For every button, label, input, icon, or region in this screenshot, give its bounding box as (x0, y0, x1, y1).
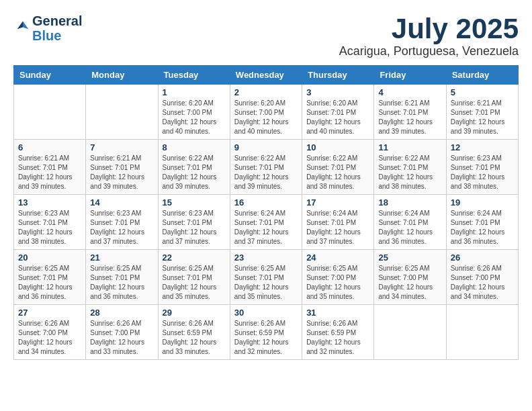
calendar-header: SundayMondayTuesdayWednesdayThursdayFrid… (14, 66, 519, 85)
day-number: 21 (90, 253, 153, 263)
calendar-cell (446, 305, 518, 360)
day-number: 25 (378, 253, 441, 263)
calendar-cell: 2Sunrise: 6:20 AM Sunset: 7:00 PM Daylig… (230, 85, 302, 140)
title-section: July 2025 Acarigua, Portuguesa, Venezuel… (339, 13, 519, 58)
calendar-cell (14, 85, 86, 140)
day-number: 15 (163, 197, 226, 208)
calendar-cell: 26Sunrise: 6:26 AM Sunset: 7:00 PM Dayli… (446, 250, 518, 305)
calendar-cell: 23Sunrise: 6:25 AM Sunset: 7:01 PM Dayli… (230, 250, 302, 305)
calendar-week-row: 6Sunrise: 6:21 AM Sunset: 7:01 PM Daylig… (14, 140, 519, 195)
svg-marker-1 (17, 21, 23, 30)
day-info: Sunrise: 6:26 AM Sunset: 6:59 PM Dayligh… (163, 319, 226, 357)
day-number: 31 (306, 308, 369, 318)
day-info: Sunrise: 6:21 AM Sunset: 7:01 PM Dayligh… (90, 154, 153, 191)
calendar-cell: 24Sunrise: 6:25 AM Sunset: 7:00 PM Dayli… (302, 250, 374, 305)
day-info: Sunrise: 6:25 AM Sunset: 7:01 PM Dayligh… (163, 264, 226, 302)
page-header: General Blue July 2025 Acarigua, Portugu… (13, 13, 519, 58)
day-info: Sunrise: 6:21 AM Sunset: 7:01 PM Dayligh… (378, 99, 441, 136)
calendar-cell: 22Sunrise: 6:25 AM Sunset: 7:01 PM Dayli… (158, 250, 230, 305)
day-number: 27 (18, 308, 81, 318)
day-info: Sunrise: 6:20 AM Sunset: 7:01 PM Dayligh… (306, 99, 369, 136)
calendar-cell: 17Sunrise: 6:24 AM Sunset: 7:01 PM Dayli… (302, 195, 374, 250)
day-info: Sunrise: 6:21 AM Sunset: 7:01 PM Dayligh… (451, 99, 514, 136)
calendar-week-row: 13Sunrise: 6:23 AM Sunset: 7:01 PM Dayli… (14, 195, 519, 250)
calendar-cell: 8Sunrise: 6:22 AM Sunset: 7:01 PM Daylig… (158, 140, 230, 195)
calendar-cell: 4Sunrise: 6:21 AM Sunset: 7:01 PM Daylig… (374, 85, 446, 140)
calendar-cell: 9Sunrise: 6:22 AM Sunset: 7:01 PM Daylig… (230, 140, 302, 195)
calendar-cell: 31Sunrise: 6:26 AM Sunset: 6:59 PM Dayli… (302, 305, 374, 360)
weekday-header-thursday: Thursday (302, 66, 374, 85)
day-number: 29 (163, 308, 226, 318)
calendar-body: 1Sunrise: 6:20 AM Sunset: 7:00 PM Daylig… (14, 85, 519, 360)
calendar-cell: 5Sunrise: 6:21 AM Sunset: 7:01 PM Daylig… (446, 85, 518, 140)
day-info: Sunrise: 6:26 AM Sunset: 6:59 PM Dayligh… (234, 319, 298, 357)
weekday-header-monday: Monday (86, 66, 158, 85)
day-info: Sunrise: 6:25 AM Sunset: 7:01 PM Dayligh… (234, 264, 298, 302)
day-info: Sunrise: 6:26 AM Sunset: 6:59 PM Dayligh… (306, 319, 369, 357)
day-number: 16 (234, 197, 298, 208)
calendar-cell: 15Sunrise: 6:23 AM Sunset: 7:01 PM Dayli… (158, 195, 230, 250)
day-number: 20 (18, 253, 81, 263)
calendar-cell: 30Sunrise: 6:26 AM Sunset: 6:59 PM Dayli… (230, 305, 302, 360)
day-number: 12 (451, 142, 514, 152)
day-number: 17 (306, 197, 369, 208)
calendar-week-row: 27Sunrise: 6:26 AM Sunset: 7:00 PM Dayli… (14, 305, 519, 360)
weekday-header-sunday: Sunday (14, 66, 86, 85)
day-info: Sunrise: 6:21 AM Sunset: 7:01 PM Dayligh… (18, 154, 81, 191)
weekday-header-tuesday: Tuesday (158, 66, 230, 85)
day-info: Sunrise: 6:25 AM Sunset: 7:00 PM Dayligh… (306, 264, 369, 302)
day-info: Sunrise: 6:22 AM Sunset: 7:01 PM Dayligh… (306, 154, 369, 191)
day-number: 1 (163, 87, 226, 97)
calendar-cell: 20Sunrise: 6:25 AM Sunset: 7:01 PM Dayli… (14, 250, 86, 305)
calendar-cell: 19Sunrise: 6:24 AM Sunset: 7:01 PM Dayli… (446, 195, 518, 250)
day-info: Sunrise: 6:22 AM Sunset: 7:01 PM Dayligh… (163, 154, 226, 191)
day-info: Sunrise: 6:23 AM Sunset: 7:01 PM Dayligh… (90, 209, 153, 246)
logo: General Blue (13, 13, 82, 43)
calendar-cell: 7Sunrise: 6:21 AM Sunset: 7:01 PM Daylig… (86, 140, 158, 195)
calendar-cell: 21Sunrise: 6:25 AM Sunset: 7:01 PM Dayli… (86, 250, 158, 305)
calendar-cell: 6Sunrise: 6:21 AM Sunset: 7:01 PM Daylig… (14, 140, 86, 195)
day-number: 23 (234, 253, 298, 263)
day-number: 22 (163, 253, 226, 263)
day-number: 19 (451, 197, 514, 208)
day-number: 4 (378, 87, 441, 97)
calendar-cell (86, 85, 158, 140)
day-number: 5 (451, 87, 514, 97)
weekday-header-row: SundayMondayTuesdayWednesdayThursdayFrid… (14, 66, 519, 85)
day-info: Sunrise: 6:26 AM Sunset: 7:00 PM Dayligh… (18, 319, 81, 357)
day-info: Sunrise: 6:20 AM Sunset: 7:00 PM Dayligh… (234, 99, 298, 136)
day-info: Sunrise: 6:24 AM Sunset: 7:01 PM Dayligh… (378, 209, 441, 246)
day-info: Sunrise: 6:25 AM Sunset: 7:01 PM Dayligh… (18, 264, 81, 302)
day-info: Sunrise: 6:23 AM Sunset: 7:01 PM Dayligh… (18, 209, 81, 246)
day-number: 8 (163, 142, 226, 152)
calendar-cell: 12Sunrise: 6:23 AM Sunset: 7:01 PM Dayli… (446, 140, 518, 195)
day-info: Sunrise: 6:25 AM Sunset: 7:01 PM Dayligh… (90, 264, 153, 302)
calendar-cell: 29Sunrise: 6:26 AM Sunset: 6:59 PM Dayli… (158, 305, 230, 360)
weekday-header-friday: Friday (374, 66, 446, 85)
day-info: Sunrise: 6:20 AM Sunset: 7:00 PM Dayligh… (163, 99, 226, 136)
calendar-cell: 11Sunrise: 6:22 AM Sunset: 7:01 PM Dayli… (374, 140, 446, 195)
day-number: 10 (306, 142, 369, 152)
day-number: 2 (234, 87, 298, 97)
svg-marker-0 (23, 21, 28, 30)
weekday-header-wednesday: Wednesday (230, 66, 302, 85)
day-info: Sunrise: 6:26 AM Sunset: 7:00 PM Dayligh… (90, 319, 153, 357)
weekday-header-saturday: Saturday (446, 66, 518, 85)
calendar-cell: 10Sunrise: 6:22 AM Sunset: 7:01 PM Dayli… (302, 140, 374, 195)
day-info: Sunrise: 6:22 AM Sunset: 7:01 PM Dayligh… (234, 154, 298, 191)
calendar-table: SundayMondayTuesdayWednesdayThursdayFrid… (13, 65, 519, 360)
day-info: Sunrise: 6:24 AM Sunset: 7:01 PM Dayligh… (306, 209, 369, 246)
day-number: 14 (90, 197, 153, 208)
logo-blue-text: Blue (32, 28, 82, 43)
location-title: Acarigua, Portuguesa, Venezuela (339, 44, 519, 58)
calendar-cell: 1Sunrise: 6:20 AM Sunset: 7:00 PM Daylig… (158, 85, 230, 140)
day-number: 18 (378, 197, 441, 208)
month-title: July 2025 (339, 13, 519, 44)
calendar-cell: 3Sunrise: 6:20 AM Sunset: 7:01 PM Daylig… (302, 85, 374, 140)
day-number: 6 (18, 142, 81, 152)
day-number: 30 (234, 308, 298, 318)
day-number: 13 (18, 197, 81, 208)
logo-bird-icon (13, 19, 32, 38)
calendar-cell (374, 305, 446, 360)
day-number: 7 (90, 142, 153, 152)
